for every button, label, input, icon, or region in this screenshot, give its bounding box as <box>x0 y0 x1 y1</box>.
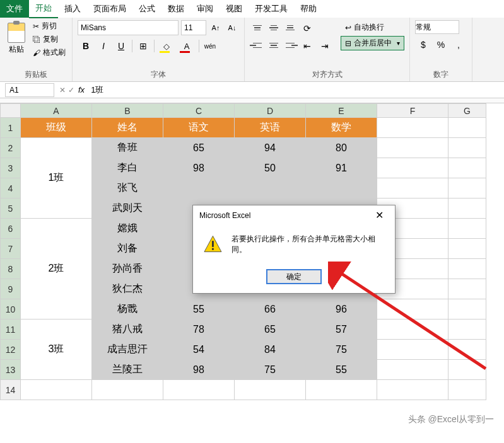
cell[interactable]: 英语 <box>235 118 306 138</box>
cell[interactable]: 数学 <box>306 118 377 138</box>
cell[interactable] <box>235 380 306 400</box>
cell[interactable] <box>448 198 486 219</box>
cell[interactable] <box>448 279 486 299</box>
decrease-font-button[interactable]: A↓ <box>225 20 239 35</box>
cell[interactable] <box>377 340 448 360</box>
menu-data[interactable]: 数据 <box>161 0 190 18</box>
cut-button[interactable]: ✂剪切 <box>32 20 67 32</box>
row-header[interactable]: 12 <box>1 340 21 360</box>
wrap-text-button[interactable]: ↩自动换行 <box>341 20 404 35</box>
col-header-g[interactable]: G <box>448 104 486 118</box>
number-format-select[interactable] <box>415 20 459 34</box>
cell[interactable]: 84 <box>235 340 306 360</box>
align-left-button[interactable] <box>250 38 265 53</box>
col-header-f[interactable]: F <box>377 104 448 118</box>
cell[interactable] <box>306 380 377 400</box>
comma-button[interactable]: , <box>450 37 467 53</box>
cell[interactable]: 武则天 <box>92 198 163 219</box>
row-header[interactable]: 11 <box>1 319 21 340</box>
name-box[interactable] <box>5 83 54 97</box>
merged-cell-class2[interactable]: 2班 <box>21 219 92 319</box>
cell[interactable] <box>448 360 486 380</box>
cell[interactable]: 狄仁杰 <box>92 279 163 299</box>
col-header-d[interactable]: D <box>235 104 306 118</box>
phonetic-button[interactable]: wén <box>202 38 218 54</box>
cell[interactable]: 兰陵王 <box>92 360 163 380</box>
cell[interactable] <box>377 380 448 400</box>
cell[interactable]: 杨戬 <box>92 299 163 319</box>
currency-button[interactable]: $ <box>415 37 431 53</box>
indent-decrease-button[interactable]: ⇤ <box>299 38 315 54</box>
font-size-select[interactable] <box>181 20 206 35</box>
cell[interactable] <box>448 380 486 400</box>
cell[interactable] <box>163 178 235 198</box>
italic-button[interactable]: I <box>95 38 112 54</box>
cell[interactable]: 张飞 <box>92 178 163 198</box>
cell[interactable] <box>448 138 486 158</box>
align-center-button[interactable] <box>266 38 281 53</box>
cell[interactable] <box>306 178 377 198</box>
col-header-c[interactable]: C <box>163 104 235 118</box>
dialog-close-button[interactable]: ✕ <box>370 209 389 221</box>
cell[interactable] <box>377 138 448 158</box>
row-header[interactable]: 7 <box>1 239 21 259</box>
cell[interactable] <box>448 299 486 319</box>
cell[interactable]: 65 <box>235 319 306 340</box>
cell[interactable]: 50 <box>235 158 306 178</box>
orientation-button[interactable]: ⟳ <box>299 20 315 37</box>
align-middle-button[interactable] <box>266 20 281 35</box>
menu-home[interactable]: 开始 <box>29 0 58 18</box>
font-color-button[interactable]: A <box>177 38 196 54</box>
cell[interactable]: 65 <box>163 138 235 158</box>
menu-formula[interactable]: 公式 <box>132 0 161 18</box>
border-button[interactable]: ⊞ <box>135 38 151 54</box>
align-right-button[interactable] <box>283 38 298 53</box>
merged-cell-class1[interactable]: 1班 <box>21 138 92 219</box>
underline-button[interactable]: U <box>113 38 129 54</box>
cell[interactable] <box>21 380 92 400</box>
row-header[interactable]: 4 <box>1 178 21 198</box>
merged-cell-class3[interactable]: 3班 <box>21 319 92 380</box>
fx-icon[interactable]: fx <box>74 85 88 95</box>
cell[interactable]: 66 <box>235 299 306 319</box>
cell[interactable]: 嫦娥 <box>92 219 163 239</box>
cancel-formula-icon[interactable]: ✕ <box>59 86 66 95</box>
cell[interactable]: 78 <box>163 319 235 340</box>
cell[interactable] <box>448 118 486 138</box>
cell[interactable]: 80 <box>306 138 377 158</box>
cell[interactable]: 96 <box>306 299 377 319</box>
cell[interactable] <box>448 178 486 198</box>
cell[interactable]: 91 <box>306 158 377 178</box>
cell[interactable]: 猪八戒 <box>92 319 163 340</box>
cell[interactable] <box>377 319 448 340</box>
menu-file[interactable]: 文件 <box>0 0 29 18</box>
percent-button[interactable]: % <box>433 37 449 53</box>
row-header[interactable]: 2 <box>1 138 21 158</box>
cell[interactable]: 55 <box>306 360 377 380</box>
menu-view[interactable]: 视图 <box>220 0 249 18</box>
bold-button[interactable]: B <box>78 38 94 54</box>
row-header[interactable]: 1 <box>1 118 21 138</box>
cell[interactable] <box>92 380 163 400</box>
dialog-ok-button[interactable]: 确定 <box>266 269 322 284</box>
cell[interactable]: 94 <box>235 138 306 158</box>
cell[interactable] <box>377 178 448 198</box>
col-header-e[interactable]: E <box>306 104 377 118</box>
row-header[interactable]: 3 <box>1 158 21 178</box>
cell[interactable]: 语文 <box>163 118 235 138</box>
cell[interactable]: 姓名 <box>92 118 163 138</box>
cell[interactable] <box>377 360 448 380</box>
font-name-select[interactable] <box>78 20 179 35</box>
copy-button[interactable]: ⿻复制 <box>32 33 67 45</box>
row-header[interactable]: 6 <box>1 219 21 239</box>
align-bottom-button[interactable] <box>283 20 298 35</box>
cell[interactable] <box>448 158 486 178</box>
row-header[interactable]: 9 <box>1 279 21 299</box>
row-header[interactable]: 13 <box>1 360 21 380</box>
cell[interactable]: 75 <box>235 360 306 380</box>
cell[interactable]: 55 <box>163 299 235 319</box>
cell[interactable]: 孙尚香 <box>92 259 163 279</box>
cell[interactable]: 98 <box>163 158 235 178</box>
format-painter-button[interactable]: 🖌格式刷 <box>32 47 67 59</box>
increase-font-button[interactable]: A↑ <box>209 20 223 35</box>
